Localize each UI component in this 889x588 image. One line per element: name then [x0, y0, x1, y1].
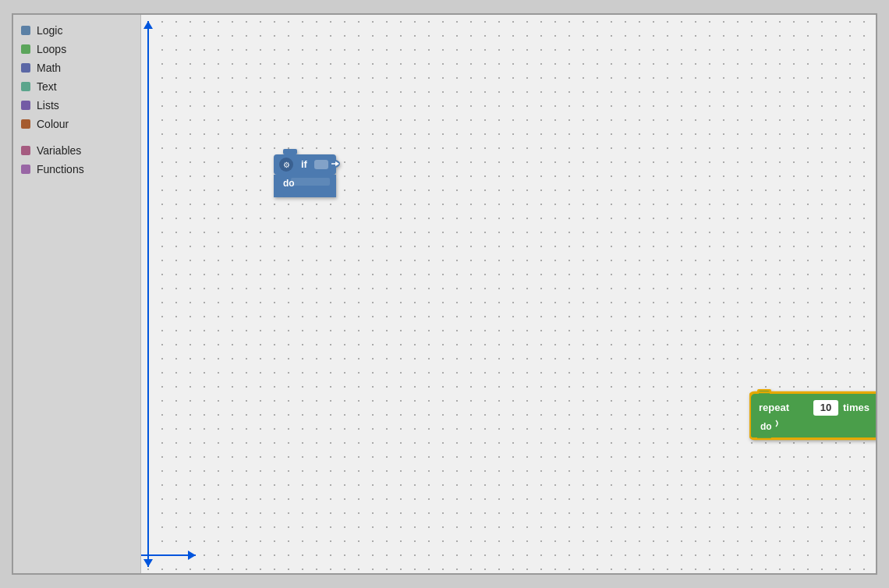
- sidebar-label-variables: Variables: [37, 144, 81, 157]
- horizontal-arrow: [141, 554, 196, 556]
- sidebar-item-text[interactable]: Text: [13, 77, 140, 96]
- svg-text:repeat: repeat: [759, 402, 790, 413]
- loops-color: [21, 44, 30, 54]
- svg-rect-12: [283, 193, 297, 197]
- sidebar-label-functions: Functions: [37, 163, 84, 175]
- sidebar-label-text: Text: [37, 80, 57, 93]
- svg-rect-11: [291, 178, 330, 186]
- svg-text:10: 10: [820, 402, 831, 413]
- sidebar: Logic Loops Math Text Lists Colour Varia…: [13, 15, 141, 573]
- logic-color: [21, 26, 30, 35]
- canvas-area[interactable]: ⚙ if do: [141, 15, 876, 573]
- main-container: Logic Loops Math Text Lists Colour Varia…: [12, 13, 877, 575]
- sidebar-item-lists[interactable]: Lists: [13, 96, 140, 115]
- colour-color: [21, 119, 30, 129]
- sidebar-label-colour: Colour: [37, 118, 69, 130]
- text-color: [21, 82, 30, 91]
- repeat-block[interactable]: repeat 10 times do: [749, 389, 876, 445]
- lists-color: [21, 101, 30, 110]
- sidebar-label-logic: Logic: [37, 24, 62, 37]
- svg-text:if: if: [301, 158, 308, 170]
- math-color: [21, 63, 30, 73]
- svg-text:⚙: ⚙: [283, 161, 290, 169]
- sidebar-item-colour[interactable]: Colour: [13, 115, 140, 133]
- sidebar-item-functions[interactable]: Functions: [13, 160, 140, 179]
- svg-rect-0: [283, 149, 297, 154]
- svg-rect-5: [314, 160, 328, 169]
- sidebar-label-lists: Lists: [37, 99, 59, 112]
- sidebar-item-variables[interactable]: Variables: [13, 141, 140, 160]
- variables-color: [21, 146, 30, 155]
- functions-color: [21, 165, 30, 174]
- svg-rect-9: [274, 190, 336, 197]
- sidebar-item-loops[interactable]: Loops: [13, 40, 140, 58]
- vertical-arrow: [147, 21, 149, 567]
- sidebar-label-loops: Loops: [37, 43, 66, 55]
- svg-text:times: times: [843, 402, 870, 413]
- sidebar-item-logic[interactable]: Logic: [13, 21, 140, 40]
- svg-text:do: do: [760, 421, 772, 432]
- sidebar-item-math[interactable]: Math: [13, 58, 140, 77]
- sidebar-label-math: Math: [37, 62, 61, 74]
- if-block[interactable]: ⚙ if do: [274, 149, 344, 200]
